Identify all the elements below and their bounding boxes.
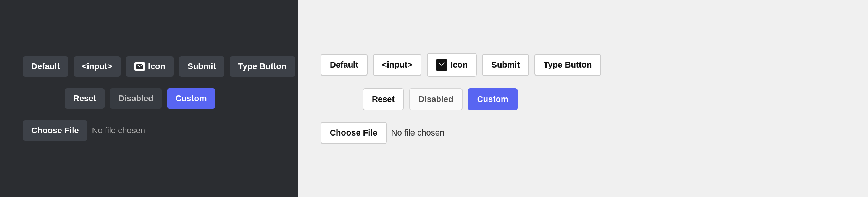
dark-custom-button[interactable]: Custom — [167, 88, 215, 109]
light-row-2: Reset Disabled Custom — [321, 88, 845, 110]
light-custom-button[interactable]: Custom — [468, 88, 518, 110]
light-icon-button-label: Icon — [450, 60, 468, 70]
light-input-button[interactable]: <input> — [373, 54, 421, 76]
dark-panel: Default <input> Icon Submit Type Button … — [0, 0, 298, 197]
envelope-icon-light — [436, 59, 447, 71]
dark-disabled-button: Disabled — [110, 88, 162, 109]
light-disabled-button: Disabled — [409, 88, 463, 110]
light-panel: Default <input> Icon Submit Type Button … — [298, 0, 868, 197]
dark-choose-file-button[interactable]: Choose File — [23, 120, 87, 141]
light-default-button[interactable]: Default — [321, 54, 368, 76]
dark-file-row: Choose File No file chosen — [23, 120, 275, 141]
dark-row-1: Default <input> Icon Submit Type Button — [23, 56, 275, 77]
light-choose-file-button[interactable]: Choose File — [321, 122, 387, 144]
dark-row-2: Reset Disabled Custom — [23, 88, 275, 109]
light-typebutton-button[interactable]: Type Button — [534, 54, 601, 76]
dark-input-button[interactable]: <input> — [74, 56, 121, 77]
light-row-1: Default <input> Icon Submit Type Button — [321, 53, 845, 77]
dark-no-file-text: No file chosen — [92, 126, 145, 136]
light-file-row: Choose File No file chosen — [321, 122, 845, 144]
light-icon-button[interactable]: Icon — [427, 53, 477, 77]
dark-icon-button[interactable]: Icon — [126, 56, 174, 77]
dark-typebutton-button[interactable]: Type Button — [230, 56, 295, 77]
dark-default-button[interactable]: Default — [23, 56, 68, 77]
dark-icon-button-label: Icon — [148, 61, 165, 71]
dark-reset-button[interactable]: Reset — [65, 88, 105, 109]
light-no-file-text: No file chosen — [391, 128, 444, 138]
dark-submit-button[interactable]: Submit — [179, 56, 224, 77]
envelope-icon — [134, 62, 145, 71]
light-submit-button[interactable]: Submit — [482, 54, 529, 76]
light-reset-button[interactable]: Reset — [363, 88, 404, 110]
